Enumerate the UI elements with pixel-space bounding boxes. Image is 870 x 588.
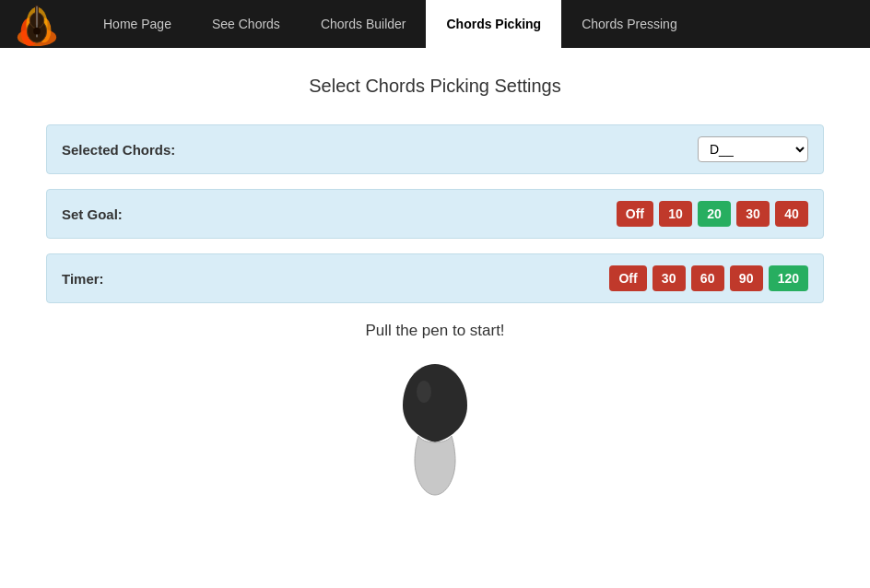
timer-btn-30[interactable]: 30: [652, 265, 686, 291]
goal-btn-30[interactable]: 30: [736, 201, 770, 227]
pick-instruction: Pull the pen to start!: [365, 322, 504, 340]
nav-see-chords[interactable]: See Chords: [192, 0, 300, 48]
nav-chords-builder[interactable]: Chords Builder: [300, 0, 427, 48]
timer-btn-120[interactable]: 120: [769, 265, 808, 291]
page-title: Select Chords Picking Settings: [46, 76, 824, 97]
timer-row: Timer: Off 30 60 90 120: [46, 253, 824, 303]
goal-btn-40[interactable]: 40: [775, 201, 808, 227]
navbar: Home Page See Chords Chords Builder Chor…: [0, 0, 870, 48]
nav-links: Home Page See Chords Chords Builder Chor…: [83, 0, 698, 48]
svg-point-9: [33, 28, 41, 35]
timer-buttons: Off 30 60 90 120: [609, 265, 808, 291]
selected-chords-row: Selected Chords: D__ A__ E__ G__ C__: [46, 124, 824, 174]
timer-btn-60[interactable]: 60: [691, 265, 724, 291]
nav-home[interactable]: Home Page: [83, 0, 192, 48]
svg-rect-6: [35, 6, 39, 25]
pick-area: Pull the pen to start!: [46, 322, 824, 502]
timer-label: Timer:: [62, 271, 104, 287]
timer-btn-90[interactable]: 90: [730, 265, 763, 291]
goal-btn-10[interactable]: 10: [659, 201, 692, 227]
chord-select[interactable]: D__ A__ E__ G__ C__: [698, 136, 808, 162]
nav-chords-picking[interactable]: Chords Picking: [426, 0, 561, 48]
selected-chords-label: Selected Chords:: [62, 142, 175, 158]
guitar-pick[interactable]: [380, 355, 490, 502]
main-content: Select Chords Picking Settings Selected …: [0, 48, 870, 530]
selected-chords-right: D__ A__ E__ G__ C__: [698, 136, 808, 162]
nav-chords-pressing[interactable]: Chords Pressing: [561, 0, 698, 48]
logo: [9, 0, 74, 48]
goal-btn-off[interactable]: Off: [617, 201, 653, 227]
svg-point-10: [417, 381, 431, 403]
goal-btn-20[interactable]: 20: [698, 201, 731, 227]
goal-buttons: Off 10 20 30 40: [617, 201, 808, 227]
set-goal-label: Set Goal:: [62, 206, 123, 222]
timer-btn-off[interactable]: Off: [609, 265, 646, 291]
set-goal-row: Set Goal: Off 10 20 30 40: [46, 189, 824, 239]
